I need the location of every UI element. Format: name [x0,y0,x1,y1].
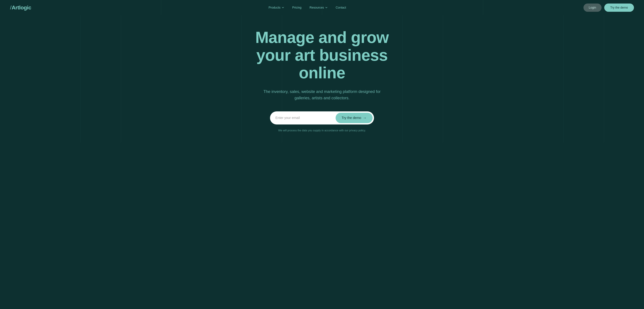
privacy-note: We will process the data you supply in a… [278,128,366,132]
try-demo-nav-button[interactable]: Try the demo [604,4,634,12]
nav-item-resources[interactable]: Resources [310,6,328,10]
logo-text: Artlogic [12,4,31,11]
email-input[interactable] [276,116,336,120]
email-form: Try the demo → [270,112,374,124]
chevron-down-icon-resources [325,6,328,9]
nav-item-products[interactable]: Products [268,6,284,10]
grid-line-3 [483,0,483,15]
nav-pricing-label: Pricing [292,6,301,10]
logo-slash: / [10,4,12,11]
nav-actions: Login Try the demo [584,4,634,12]
nav-contact-label: Contact [336,6,346,10]
hero-section: Manage and grow your art business online… [0,15,644,142]
nav-item-pricing[interactable]: Pricing [292,6,301,10]
hero-subtitle: The inventory, sales, website and market… [263,88,381,101]
main-nav: Products Pricing Resources Contact [268,6,346,10]
try-demo-button[interactable]: Try the demo → [336,113,373,123]
hero-title: Manage and grow your art business online [246,28,398,82]
nav-item-contact[interactable]: Contact [336,6,346,10]
nav-products-label: Products [268,6,280,10]
chevron-down-icon [282,6,284,9]
grid-line-1 [161,0,161,15]
nav-resources-label: Resources [310,6,324,10]
site-header: / Artlogic Products Pricing Resources Co… [0,0,644,15]
try-demo-label: Try the demo [342,116,361,120]
arrow-icon: → [363,116,366,120]
login-button[interactable]: Login [584,4,602,12]
logo[interactable]: / Artlogic [10,4,31,11]
